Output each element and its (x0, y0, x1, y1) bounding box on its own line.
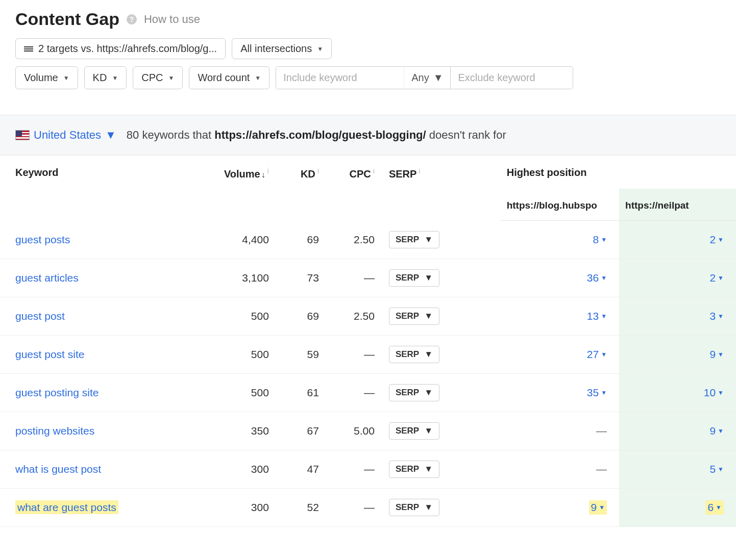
summary-bar: United States ▼ 80 keywords that https:/… (0, 115, 736, 156)
col-keyword[interactable]: Keyword (0, 156, 206, 221)
chevron-down-icon: ▼ (424, 273, 433, 283)
chevron-down-icon: ▼ (424, 464, 433, 474)
cpc-filter[interactable]: CPC ▼ (133, 66, 183, 89)
serp-button[interactable]: SERP▼ (389, 384, 439, 401)
intersections-label: All intersections (240, 43, 312, 55)
empty-value: — (596, 463, 607, 475)
keyword-link[interactable]: guest post site (15, 348, 84, 360)
kd-filter[interactable]: KD ▼ (84, 66, 127, 89)
serp-button[interactable]: SERP▼ (389, 499, 439, 516)
position-value[interactable]: 9▼ (709, 348, 724, 361)
table-row: guest articles 3,100 73 — SERP▼ 36▼ 2▼ (0, 259, 736, 297)
info-icon[interactable]: i (267, 167, 269, 175)
chevron-down-icon: ▼ (424, 349, 433, 360)
help-icon[interactable]: ? (127, 14, 137, 24)
intersections-selector[interactable]: All intersections ▼ (232, 38, 332, 59)
kd-value: 59 (278, 335, 328, 373)
include-keyword-input[interactable] (276, 67, 404, 89)
position-value[interactable]: 2▼ (709, 272, 724, 284)
word-count-filter[interactable]: Word count ▼ (189, 66, 269, 89)
kd-value: 69 (278, 297, 328, 335)
chevron-down-icon: ▼ (433, 72, 444, 84)
position-value[interactable]: 5▼ (709, 463, 724, 475)
chevron-down-icon: ▼ (601, 351, 607, 358)
position-value[interactable]: 36▼ (587, 272, 607, 284)
position-value[interactable]: 10▼ (704, 387, 724, 399)
chevron-down-icon: ▼ (112, 74, 118, 82)
serp-button[interactable]: SERP▼ (389, 269, 439, 287)
kd-value: 52 (278, 488, 328, 526)
kd-value: 61 (278, 373, 328, 412)
cpc-value: — (328, 335, 384, 373)
info-icon[interactable]: i (317, 167, 319, 175)
info-icon[interactable]: i (373, 167, 375, 175)
position-value[interactable]: 2▼ (709, 234, 724, 246)
volume-value: 500 (206, 335, 278, 373)
position-value[interactable]: 9▼ (709, 425, 724, 437)
include-mode-selector[interactable]: Any ▼ (404, 67, 450, 89)
cpc-value: 2.50 (328, 221, 384, 259)
keyword-link[interactable]: guest posting site (15, 387, 99, 398)
serp-button[interactable]: SERP▼ (389, 422, 439, 440)
table-row: guest post 500 69 2.50 SERP▼ 13▼ 3▼ (0, 297, 736, 335)
cpc-value: — (328, 488, 384, 526)
position-value[interactable]: 9▼ (589, 500, 607, 515)
volume-value: 300 (206, 488, 278, 526)
how-to-use-link[interactable]: How to use (144, 13, 200, 26)
chevron-down-icon: ▼ (424, 502, 433, 513)
kd-value: 73 (278, 259, 328, 297)
exclude-keyword-input[interactable] (450, 67, 573, 89)
chevron-down-icon: ▼ (718, 466, 724, 473)
serp-button[interactable]: SERP▼ (389, 308, 439, 325)
volume-value: 500 (206, 373, 278, 412)
serp-button[interactable]: SERP▼ (389, 231, 439, 248)
table-row: what are guest posts 300 52 — SERP▼ 9▼ 6… (0, 488, 736, 526)
position-value[interactable]: 27▼ (587, 348, 607, 361)
serp-button[interactable]: SERP▼ (389, 346, 439, 363)
country-selector[interactable]: United States ▼ (15, 129, 116, 142)
chevron-down-icon: ▼ (599, 504, 605, 511)
position-value[interactable]: 13▼ (587, 310, 607, 322)
cpc-value: 5.00 (328, 412, 384, 450)
keyword-link[interactable]: what is guest post (15, 463, 101, 475)
col-site2[interactable]: https://neilpat (619, 189, 736, 221)
position-value[interactable]: 35▼ (587, 387, 607, 399)
chevron-down-icon: ▼ (718, 236, 724, 243)
volume-value: 350 (206, 412, 278, 450)
chevron-down-icon: ▼ (317, 45, 323, 53)
kd-value: 69 (278, 221, 328, 259)
cpc-value: 2.50 (328, 297, 384, 335)
col-kd[interactable]: KDi (278, 156, 328, 221)
serp-button[interactable]: SERP▼ (389, 461, 439, 478)
targets-label: 2 targets vs. https://ahrefs.com/blog/g.… (38, 43, 217, 55)
chevron-down-icon: ▼ (105, 129, 116, 142)
table-row: posting websites 350 67 5.00 SERP▼ — 9▼ (0, 412, 736, 450)
chevron-down-icon: ▼ (716, 504, 722, 511)
position-value[interactable]: 6▼ (705, 500, 724, 515)
volume-value: 3,100 (206, 259, 278, 297)
keyword-link[interactable]: posting websites (15, 425, 94, 437)
chevron-down-icon: ▼ (601, 389, 607, 396)
targets-selector[interactable]: 2 targets vs. https://ahrefs.com/blog/g.… (15, 38, 226, 59)
chevron-down-icon: ▼ (718, 274, 724, 282)
keyword-link[interactable]: guest articles (15, 272, 79, 284)
chevron-down-icon: ▼ (718, 313, 724, 320)
volume-filter[interactable]: Volume ▼ (15, 66, 78, 89)
chevron-down-icon: ▼ (601, 236, 607, 243)
empty-value: — (596, 425, 607, 437)
col-site1[interactable]: https://blog.hubspo (501, 189, 619, 221)
col-cpc[interactable]: CPCi (328, 156, 384, 221)
sliders-icon (24, 45, 33, 53)
volume-value: 300 (206, 450, 278, 488)
info-icon[interactable]: i (419, 167, 420, 175)
position-value[interactable]: 8▼ (593, 234, 607, 246)
position-value[interactable]: 3▼ (709, 310, 724, 322)
col-volume[interactable]: Volume↓i (206, 156, 278, 221)
keyword-link[interactable]: guest posts (15, 234, 70, 245)
chevron-down-icon: ▼ (718, 427, 724, 435)
chevron-down-icon: ▼ (424, 426, 433, 436)
keyword-link[interactable]: guest post (15, 310, 65, 322)
keyword-link[interactable]: what are guest posts (15, 500, 118, 514)
page-title: Content Gap (15, 9, 119, 29)
keyword-filter-group: Any ▼ (276, 66, 573, 89)
